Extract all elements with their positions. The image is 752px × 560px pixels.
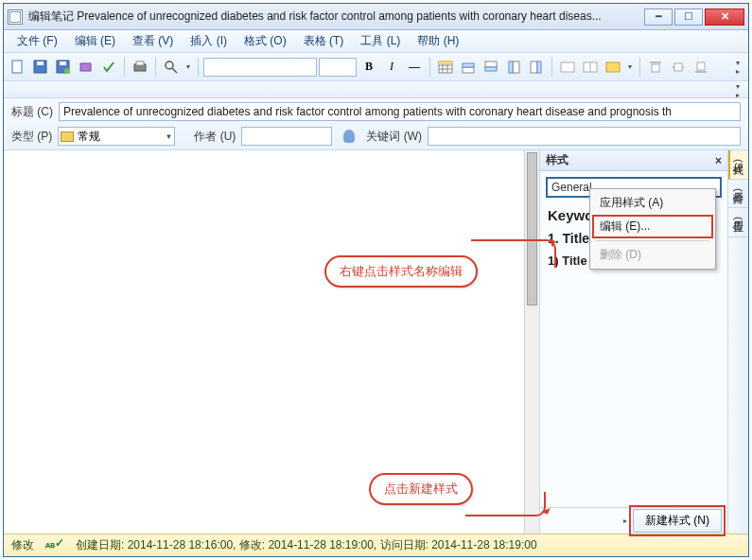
check-icon[interactable] [98,57,119,78]
folder-icon [61,131,74,142]
context-menu: 应用样式 (A) 编辑 (E)... 删除 (D) [589,188,716,270]
table-icon[interactable] [435,57,456,78]
minimize-button[interactable]: ━ [644,9,673,26]
svg-rect-18 [463,63,474,67]
window-title: 编辑笔记 Prevalence of unrecognized diabetes… [28,9,644,25]
merge-cells-icon[interactable] [557,57,578,78]
attach-icon[interactable] [76,57,96,78]
ctx-separator [596,240,709,241]
insert-col-right-icon[interactable] [526,57,547,78]
title-label: 标题 (C) [11,104,53,120]
svg-rect-21 [513,61,519,73]
new-style-button[interactable]: 新建样式 (N) [633,509,722,533]
svg-rect-23 [531,61,537,73]
vertical-tabs: 样式 (S) 附件 (K) 位置 (E) [727,150,748,534]
close-button[interactable]: ✕ [705,9,744,26]
ctx-apply-style[interactable]: 应用样式 (A) [592,191,713,215]
callout-new-style: 点击新建样式 [369,473,473,505]
titlebar: 编辑笔记 Prevalence of unrecognized diabetes… [4,4,748,30]
vtab-style[interactable]: 样式 (S) [728,150,748,180]
type-select[interactable]: 常规 ▼ [58,127,175,146]
svg-rect-25 [561,62,574,72]
align-mid-icon[interactable] [668,57,689,78]
font-select[interactable] [203,58,317,77]
svg-rect-24 [537,61,541,73]
svg-rect-0 [12,61,22,73]
fields-panel: 标题 (C) Prevalence of unrecognized diabet… [4,98,748,150]
svg-point-5 [64,68,70,74]
styles-panel-title: 样式 [546,152,568,168]
svg-rect-17 [463,67,474,73]
cell-bg-dd-icon[interactable]: ▾ [625,57,635,78]
toolbar-secondary: ▾▸ [4,81,748,98]
hr-button[interactable]: ― [404,57,425,78]
font-size-select[interactable] [319,58,357,77]
svg-rect-28 [606,62,620,72]
menu-view[interactable]: 查看 (V) [125,31,181,51]
new-icon[interactable] [8,57,28,78]
maximize-button[interactable]: ☐ [674,9,703,26]
align-top-icon[interactable] [645,57,666,78]
find-dd-icon[interactable]: ▾ [184,57,193,78]
italic-button[interactable]: I [381,57,402,78]
toolbar2-overflow-icon[interactable]: ▾▸ [731,80,744,101]
svg-rect-8 [136,61,144,65]
panel-collapse-icon[interactable]: ▸ [623,516,627,525]
menu-file[interactable]: 文件 (F) [9,31,65,51]
type-value: 常规 [78,129,100,145]
author-label: 作者 (U) [194,129,236,145]
svg-rect-20 [485,67,497,71]
svg-rect-34 [697,62,705,70]
svg-rect-30 [652,64,659,72]
person-icon[interactable] [343,130,355,143]
menu-edit[interactable]: 编辑 (E) [67,31,123,51]
split-cells-icon[interactable] [580,57,601,78]
current-style-value: General [551,181,592,194]
chevron-down-icon: ▼ [165,132,172,141]
ctx-edit-style[interactable]: 编辑 (E)... [592,215,713,238]
find-icon[interactable] [161,57,182,78]
save-as-icon[interactable] [53,57,74,78]
print-icon[interactable] [130,57,150,78]
vtab-position[interactable]: 位置 (E) [728,208,748,237]
vertical-scrollbar[interactable] [524,150,539,534]
scrollbar-thumb[interactable] [527,152,537,306]
menu-format[interactable]: 格式 (O) [236,31,294,51]
status-mode: 修改 [11,537,34,553]
keywords-input[interactable] [428,127,741,146]
callout-edit-style: 右键点击样式名称编辑 [324,255,478,288]
app-icon [8,9,23,25]
keywords-label: 关键词 (W) [366,129,422,145]
menu-insert[interactable]: 插入 (I) [183,31,235,51]
menu-tools[interactable]: 工具 (L) [353,31,408,51]
insert-row-below-icon[interactable] [481,57,501,78]
svg-rect-4 [60,61,66,65]
toolbar: ▾ B I ― ▾ ▾▸ [4,53,748,81]
callout-arrow-1 [471,239,556,268]
svg-rect-32 [674,63,682,71]
toolbar-overflow-icon[interactable]: ▾▸ [731,57,744,78]
menu-table[interactable]: 表格 (T) [296,31,352,51]
styles-panel-close-icon[interactable]: × [715,154,722,167]
svg-point-9 [166,61,173,69]
svg-rect-6 [80,63,91,71]
svg-rect-2 [37,61,44,65]
title-input[interactable]: Prevalence of unrecognized diabetes and … [59,102,741,121]
align-bot-icon[interactable] [691,57,711,78]
vtab-attachments[interactable]: 附件 (K) [728,180,748,209]
callout-arrow-2 [465,492,546,516]
insert-col-left-icon[interactable] [503,57,524,78]
bold-button[interactable]: B [359,57,379,78]
svg-rect-16 [439,61,452,64]
menu-help[interactable]: 帮助 (H) [410,31,466,51]
cell-bg-icon[interactable] [603,57,623,78]
save-icon[interactable] [30,57,51,78]
author-input[interactable] [241,127,332,146]
insert-row-above-icon[interactable] [458,57,479,78]
svg-rect-19 [485,61,497,67]
styles-panel-header: 样式 × [540,150,727,171]
ctx-delete-style: 删除 (D) [592,243,713,267]
spellcheck-icon[interactable]: ᴬᴮ✓ [45,536,64,554]
svg-line-10 [172,68,177,73]
menubar: 文件 (F) 编辑 (E) 查看 (V) 插入 (I) 格式 (O) 表格 (T… [4,30,748,53]
